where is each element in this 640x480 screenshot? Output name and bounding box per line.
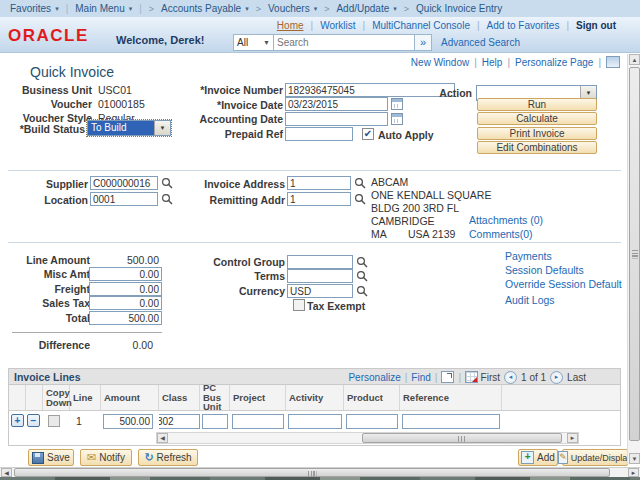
control-group-lookup-icon[interactable] xyxy=(356,256,368,268)
delete-row-button[interactable]: − xyxy=(27,414,40,427)
line-amount-input[interactable] xyxy=(103,414,153,429)
save-icon xyxy=(32,452,44,464)
activity-input[interactable] xyxy=(288,414,342,429)
remitting-addr-input[interactable] xyxy=(287,192,351,206)
scroll-down-icon[interactable]: ▼ xyxy=(629,453,640,464)
control-group-input[interactable] xyxy=(287,255,353,269)
new-window-link[interactable]: New Window xyxy=(411,57,469,68)
save-button[interactable]: Save xyxy=(28,449,74,466)
help-link[interactable]: Help xyxy=(482,57,503,68)
breadcrumb-divider: | xyxy=(66,3,69,14)
grid-pagination: First ◂ 1 of 1 ▸ Last xyxy=(481,371,586,384)
prepaid-ref-input[interactable] xyxy=(285,127,353,141)
currency-input[interactable] xyxy=(287,284,353,298)
scroll-left-icon[interactable]: ◀ xyxy=(157,433,168,443)
misc-amt-input[interactable] xyxy=(89,267,162,281)
view-all-icon[interactable] xyxy=(441,371,454,383)
notify-button[interactable]: ✉ Notify xyxy=(80,449,132,466)
personalize-link[interactable]: Personalize xyxy=(348,372,400,383)
project-input[interactable] xyxy=(232,414,284,429)
sales-tax-input[interactable] xyxy=(89,296,162,310)
terms-input[interactable] xyxy=(287,269,353,283)
class-input[interactable] xyxy=(159,414,200,429)
scroll-up-icon[interactable]: ▲ xyxy=(629,54,640,65)
auto-apply-checkbox[interactable]: ✔ xyxy=(362,128,374,140)
session-defaults-link[interactable]: Session Defaults xyxy=(505,264,584,276)
breadcrumb-add-update[interactable]: Add/Update ▾ xyxy=(336,3,396,14)
invoice-address-input[interactable] xyxy=(287,176,351,190)
terms-lookup-icon[interactable] xyxy=(356,270,368,282)
home-link[interactable]: Home xyxy=(277,20,304,31)
search-scope-value: All xyxy=(237,37,248,48)
last-label[interactable]: Last xyxy=(567,372,586,383)
tax-exempt-label: Tax Exempt xyxy=(307,300,377,312)
chevron-down-icon: ▾ xyxy=(393,5,397,13)
build-status-select[interactable]: To Build ▼ xyxy=(87,120,171,136)
add-to-favorites-link[interactable]: Add to Favorites xyxy=(487,20,560,31)
calculate-button[interactable]: Calculate xyxy=(477,112,597,125)
sign-out-link[interactable]: Sign out xyxy=(576,20,616,31)
divider: | xyxy=(405,372,408,383)
add-button[interactable]: + Add xyxy=(518,449,558,466)
auto-apply-label: Auto Apply xyxy=(378,129,438,141)
breadcrumb-favorites[interactable]: Favorites ▾ xyxy=(10,3,59,14)
scroll-right-icon[interactable]: ► xyxy=(567,433,578,443)
vertical-scrollbar-thumb[interactable] xyxy=(629,67,640,441)
invoice-date-input[interactable] xyxy=(285,97,388,111)
scroll-left-icon[interactable]: ◀ xyxy=(1,468,12,477)
add-row-button[interactable]: + xyxy=(11,414,24,427)
override-session-default-link[interactable]: Override Session Default xyxy=(505,278,622,290)
breadcrumb-accounts-payable[interactable]: Accounts Payable ▾ xyxy=(161,3,249,14)
next-row-icon[interactable]: ▸ xyxy=(550,371,563,384)
previous-row-icon[interactable]: ◂ xyxy=(504,371,517,384)
find-link[interactable]: Find xyxy=(411,372,430,383)
update-display-button[interactable]: ✎ Update/Display xyxy=(562,449,628,466)
supplier-input[interactable] xyxy=(90,176,158,190)
invoice-date-calendar-icon[interactable] xyxy=(391,98,403,110)
breadcrumb-add-update-label: Add/Update xyxy=(336,3,389,14)
multichannel-console-link[interactable]: MultiChannel Console xyxy=(372,20,470,31)
search-input[interactable] xyxy=(274,34,415,51)
location-input[interactable] xyxy=(90,192,158,206)
remitting-addr-lookup-icon[interactable] xyxy=(354,193,366,205)
difference-label: Difference xyxy=(0,339,90,351)
new-window-icon[interactable] xyxy=(606,56,620,68)
tax-exempt-checkbox[interactable] xyxy=(293,299,305,311)
copy-down-checkbox[interactable] xyxy=(48,415,60,427)
personalize-page-link[interactable]: Personalize Page xyxy=(515,57,593,68)
breadcrumb-main-menu[interactable]: Main Menu ▾ xyxy=(75,3,132,14)
freight-input[interactable] xyxy=(89,282,162,296)
supplier-lookup-icon[interactable] xyxy=(161,177,173,189)
search-scope-select[interactable]: All ▼ xyxy=(233,34,274,51)
accounting-date-calendar-icon[interactable] xyxy=(391,113,403,125)
refresh-button[interactable]: ↻ Refresh xyxy=(138,449,198,466)
invoice-address-lookup-icon[interactable] xyxy=(354,177,366,189)
run-button[interactable]: Run xyxy=(477,98,597,111)
attachments-link[interactable]: Attachments (0) xyxy=(469,214,543,226)
worklist-link[interactable]: Worklist xyxy=(320,20,355,31)
currency-lookup-icon[interactable] xyxy=(356,285,368,297)
audit-logs-link[interactable]: Audit Logs xyxy=(505,294,555,306)
print-invoice-button[interactable]: Print Invoice xyxy=(477,127,597,140)
advanced-search-link[interactable]: Advanced Search xyxy=(441,37,520,48)
payments-link[interactable]: Payments xyxy=(505,250,552,262)
accounting-date-input[interactable] xyxy=(285,112,388,126)
first-label[interactable]: First xyxy=(481,372,500,383)
breadcrumb-current-page: Quick Invoice Entry xyxy=(416,3,502,14)
search-go-button[interactable]: » xyxy=(415,34,432,51)
update-display-label: Update/Display xyxy=(571,453,632,463)
total-input[interactable] xyxy=(89,311,162,325)
reference-input[interactable] xyxy=(402,414,500,429)
scroll-right-icon[interactable]: ► xyxy=(628,468,639,477)
breadcrumb-vouchers[interactable]: Vouchers ▾ xyxy=(268,3,317,14)
amount-column-header: Amount xyxy=(101,385,159,410)
download-grid-icon[interactable] xyxy=(465,371,478,383)
product-input[interactable] xyxy=(346,414,398,429)
horizontal-scrollbar-thumb[interactable] xyxy=(14,468,610,477)
voucher-label: Voucher xyxy=(0,98,92,110)
location-lookup-icon[interactable] xyxy=(161,193,173,205)
pc-bus-unit-input[interactable] xyxy=(202,414,228,429)
edit-combinations-button[interactable]: Edit Combinations xyxy=(477,141,597,154)
comments-link[interactable]: Comments(0) xyxy=(469,228,533,240)
grid-scrollbar-thumb[interactable] xyxy=(362,433,562,443)
